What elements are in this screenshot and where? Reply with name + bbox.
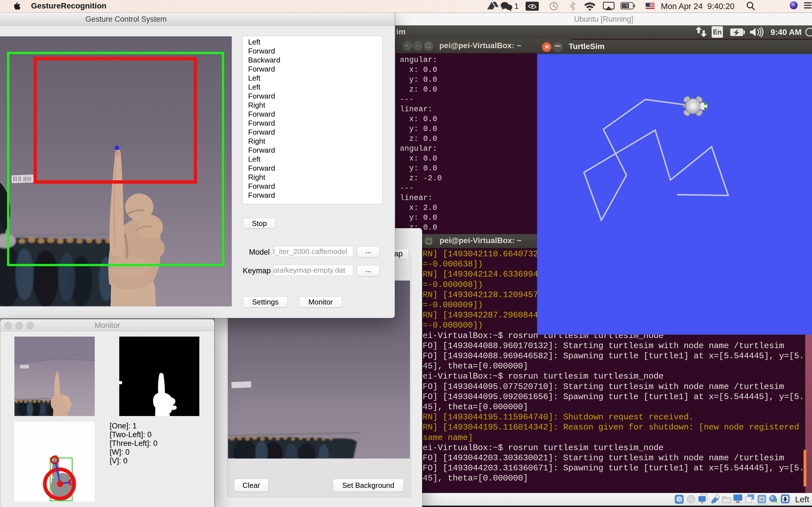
svg-text:En: En [713,28,722,36]
svg-text:9:40 AM: 9:40 AM [770,27,802,37]
svg-text:1: 1 [514,2,519,10]
svg-text:U: U [760,497,763,501]
